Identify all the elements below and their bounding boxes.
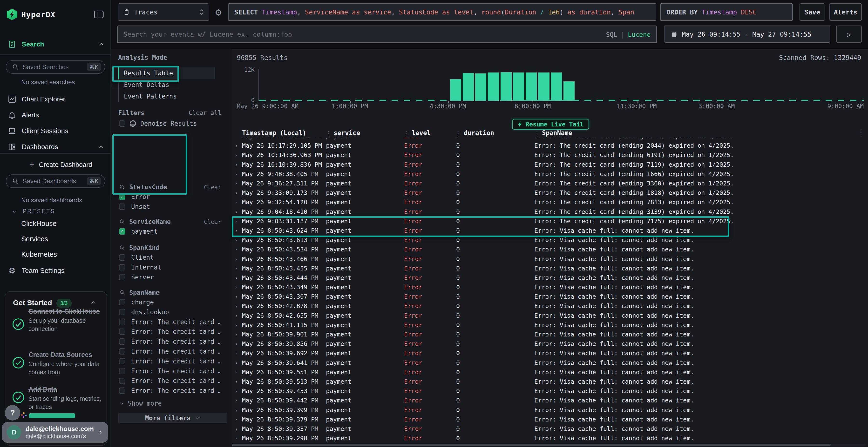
tab-event-patterns[interactable]: Event Patterns	[119, 91, 215, 102]
source-settings-gear-icon[interactable]: ⚙	[213, 7, 224, 18]
filter-option-unset[interactable]: Unset	[119, 203, 220, 210]
checkbox-checked[interactable]	[119, 228, 125, 235]
table-row[interactable]: ›May 26 8:50:41.115 PMpaymentError0Error…	[232, 320, 866, 330]
column-menu-icon[interactable]: ⋮	[858, 129, 864, 136]
table-row[interactable]: ›May 26 8:50:39.901 PMpaymentError0Error…	[232, 330, 866, 339]
column-header-duration[interactable]: ⋮duration	[455, 128, 533, 138]
checkbox-unchecked[interactable]	[119, 299, 125, 305]
saved-searches-input[interactable]: Saved Searches ⌘K	[6, 60, 105, 74]
filter-option-server[interactable]: Server	[119, 274, 220, 281]
sidebar-item-team-settings[interactable]: ⚙ Team Settings	[0, 264, 111, 277]
save-button[interactable]: Save	[800, 3, 825, 21]
table-row[interactable]: ›May 26 9:32:54.120 PMpaymentError0Error…	[232, 198, 866, 207]
table-row[interactable]: ›May 26 9:48:38.405 PMpaymentError0Error…	[232, 169, 866, 179]
checkbox-unchecked[interactable]	[119, 358, 125, 365]
sidebar-item-clickhouse[interactable]: ClickHouse	[21, 220, 57, 228]
filter-option-error-the-credit-card-[interactable]: Error: The credit card …	[119, 377, 220, 384]
table-row[interactable]: ›May 26 8:50:43.466 PMpaymentError0Error…	[232, 254, 866, 264]
checkbox-unchecked[interactable]	[119, 368, 125, 374]
more-filters-button[interactable]: More filters	[118, 413, 227, 423]
table-row[interactable]: ›May 26 8:50:39.513 PMpaymentError0Error…	[232, 377, 866, 386]
filter-option-error-the-credit-card-[interactable]: Error: The credit card …	[119, 368, 220, 375]
alerts-button[interactable]: Alerts	[830, 3, 862, 21]
column-drag-handle-icon[interactable]: ⋮	[326, 130, 331, 136]
filter-option-error-the-credit-card-[interactable]: Error: The credit card …	[119, 358, 220, 365]
resume-live-tail-button[interactable]: Resume Live Tail	[512, 119, 589, 130]
column-header-service[interactable]: ⋮service	[324, 128, 403, 138]
table-row[interactable]: ›May 26 8:50:43.613 PMpaymentError0Error…	[232, 235, 866, 245]
checkbox-unchecked[interactable]	[119, 348, 125, 354]
checkbox-unchecked[interactable]	[119, 387, 125, 394]
table-row[interactable]: ›May 26 8:50:42.878 PMpaymentError0Error…	[232, 301, 866, 311]
column-header-timestamp-local-[interactable]: Timestamp (Local)	[241, 128, 324, 138]
presets-section-toggle[interactable]: PRESETS	[11, 208, 55, 215]
filter-option-error-the-credit-card-[interactable]: Error: The credit card …	[119, 338, 220, 345]
table-row[interactable]: ›May 26 9:03:31.187 PMpaymentError0Error…	[232, 216, 866, 226]
table-row[interactable]: ›May 26 10:17:29.105 PMpaymentError0Erro…	[232, 141, 866, 150]
date-range-picker[interactable]: May 26 09:14:55 - May 27 09:14:55	[664, 26, 830, 43]
filter-option-error-the-credit-card-[interactable]: Error: The credit card …	[119, 348, 220, 355]
language-lucene-option[interactable]: Lucene	[628, 31, 651, 38]
table-row[interactable]: ›May 26 8:50:39.337 PMpaymentError0Error…	[232, 424, 866, 434]
table-row[interactable]: ›May 26 8:50:39.399 PMpaymentError0Error…	[232, 405, 866, 414]
clear-all-filters-button[interactable]: Clear all	[189, 109, 221, 116]
tab-event-deltas[interactable]: Event Deltas	[119, 79, 215, 91]
table-row[interactable]: ›May 26 8:50:42.655 PMpaymentError0Error…	[232, 311, 866, 320]
saved-dashboards-input[interactable]: Saved Dashboards ⌘K	[6, 174, 105, 188]
table-row[interactable]: ›May 26 8:50:39.442 PMpaymentError0Error…	[232, 396, 866, 405]
checkbox-unchecked[interactable]	[119, 274, 125, 280]
filter-option-dns-lookup[interactable]: dns.lookup	[119, 309, 220, 316]
column-drag-handle-icon[interactable]: ⋮	[456, 130, 461, 136]
sidebar-collapse-icon[interactable]	[94, 10, 104, 19]
checkbox-unchecked[interactable]	[119, 309, 125, 315]
checkbox-unchecked[interactable]	[119, 329, 125, 335]
filter-option-error-the-credit-card-[interactable]: Error: The credit card …	[119, 328, 220, 335]
table-row[interactable]: ›May 26 9:04:18.410 PMpaymentError0Error…	[232, 207, 866, 216]
checkbox-checked[interactable]	[119, 194, 125, 200]
table-row[interactable]: ›May 26 8:50:43.307 PMpaymentError0Error…	[232, 292, 866, 301]
run-query-button[interactable]: ▷	[836, 26, 862, 43]
column-header-level[interactable]: ⋮level	[403, 128, 455, 138]
column-drag-handle-icon[interactable]: ⋮	[534, 130, 539, 136]
checkbox-unchecked[interactable]	[119, 319, 125, 325]
table-row[interactable]: ›May 26 10:14:36.963 PMpaymentError0Erro…	[232, 150, 866, 160]
chevron-up-icon[interactable]	[90, 300, 96, 306]
sidebar-item-client-sessions[interactable]: Client Sessions	[0, 124, 111, 138]
filter-clear-button[interactable]: Clear	[204, 219, 221, 226]
sidebar-item-services[interactable]: Services	[21, 235, 48, 243]
table-row[interactable]: ›May 26 9:36:27.311 PMpaymentError0Error…	[232, 179, 866, 188]
checkbox-unchecked[interactable]	[119, 338, 125, 345]
denoise-results-checkbox[interactable]: Denoise Results	[119, 120, 197, 127]
checkbox-unchecked[interactable]	[119, 204, 125, 210]
table-row[interactable]: ›May 26 8:50:39.379 PMpaymentError0Error…	[232, 415, 866, 424]
column-header-spanname[interactable]: ⋮SpanName	[533, 128, 866, 138]
user-menu[interactable]: D dale@clickhouse.com dale@clickhouse.co…	[2, 422, 108, 443]
table-row[interactable]: ›May 26 8:50:43.444 PMpaymentError0Error…	[232, 273, 866, 282]
results-histogram[interactable]	[258, 69, 864, 101]
filter-option-payment[interactable]: payment	[119, 228, 220, 235]
table-row-clipped[interactable]: ›May 26 10:17:29.105 PMpaymentError0Erro…	[232, 138, 866, 141]
table-row[interactable]: ›May 26 10:10:39.836 PMpaymentError0Erro…	[232, 160, 866, 169]
table-row[interactable]: ›May 26 8:50:43.624 PMpaymentError0Error…	[232, 226, 866, 235]
scrollbar-thumb[interactable]	[232, 444, 831, 446]
sidebar-item-dashboards[interactable]: Dashboards	[0, 140, 111, 153]
table-row[interactable]: ›May 26 8:50:39.692 PMpaymentError0Error…	[232, 348, 866, 358]
search-input[interactable]	[118, 26, 656, 42]
sidebar-item-kubernetes[interactable]: Kubernetes	[21, 250, 57, 259]
sidebar-item-search[interactable]: Search	[0, 38, 111, 51]
show-more-button[interactable]: Show more	[119, 400, 162, 407]
table-row[interactable]: ›May 26 8:50:39.453 PMpaymentError0Error…	[232, 386, 866, 396]
filter-option-error[interactable]: Error	[119, 193, 220, 200]
filter-option-internal[interactable]: Internal	[119, 264, 220, 271]
table-row[interactable]: ›May 26 9:33:09.173 PMpaymentError0Error…	[232, 188, 866, 198]
table-row[interactable]: ›May 26 8:50:43.349 PMpaymentError0Error…	[232, 282, 866, 292]
sidebar-item-chart-explorer[interactable]: Chart Explorer	[0, 93, 111, 106]
table-row[interactable]: ›May 26 8:50:39.551 PMpaymentError0Error…	[232, 368, 866, 377]
table-row[interactable]: ›May 26 8:50:39.298 PMpaymentError0Error…	[232, 434, 866, 443]
language-sql-option[interactable]: SQL	[606, 31, 617, 38]
sidebar-item-alerts[interactable]: Alerts	[0, 108, 111, 122]
source-select[interactable]: Traces	[118, 3, 209, 21]
checkbox-unchecked[interactable]	[119, 121, 125, 127]
create-dashboard-button[interactable]: + Create Dashboard	[0, 159, 111, 171]
filter-clear-button[interactable]: Clear	[204, 184, 221, 191]
